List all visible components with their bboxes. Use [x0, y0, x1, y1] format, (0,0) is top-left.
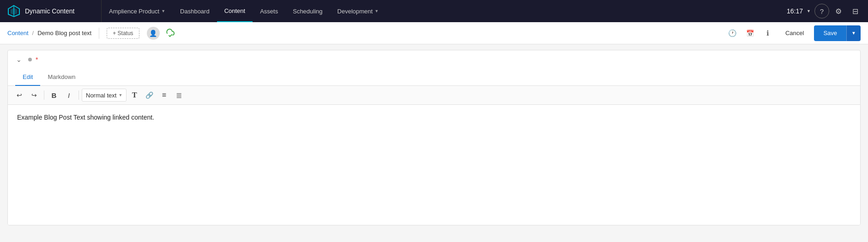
- chevron-down-icon-editor: ⌄: [16, 56, 22, 63]
- undo-icon: ↩: [17, 91, 22, 99]
- info-icon: ℹ: [766, 29, 769, 37]
- save-button[interactable]: Save: [814, 25, 846, 41]
- breadcrumb-actions: 🕐 📅 ℹ Cancel Save ▼: [725, 25, 861, 41]
- cloud-sync-icon: [163, 27, 176, 40]
- content-area: ⌄ * Edit Markdown ↩ ↪ B: [0, 44, 868, 242]
- redo-button[interactable]: ↪: [27, 89, 41, 102]
- text-style-selector[interactable]: Normal text ▼: [82, 89, 127, 102]
- calendar-button[interactable]: 📅: [743, 26, 758, 41]
- link-button[interactable]: 🔗: [142, 89, 156, 102]
- nav-item-dashboard[interactable]: Dashboard: [173, 0, 217, 22]
- editor-body[interactable]: Example Blog Post Text showing linked co…: [8, 105, 860, 225]
- nav-item-amplience[interactable]: Amplience Product ▼: [102, 0, 173, 22]
- save-dropdown-button[interactable]: ▼: [846, 25, 861, 41]
- toolbar-sep-2: [78, 91, 79, 100]
- status-button[interactable]: + Status: [107, 28, 139, 39]
- text-style-label: Normal text: [86, 92, 116, 99]
- save-button-group: Save ▼: [814, 25, 861, 41]
- editor-tabs: Edit Markdown: [8, 69, 860, 86]
- collapse-button[interactable]: ⌄: [13, 54, 24, 65]
- nav-item-content-label: Content: [224, 7, 246, 14]
- breadcrumb-current: Demo Blog post text: [37, 30, 91, 36]
- user-menu-button[interactable]: ⊟: [848, 4, 862, 18]
- user-avatar[interactable]: 👤: [147, 27, 160, 40]
- link-icon: 🔗: [145, 91, 153, 99]
- heading-button[interactable]: T: [127, 89, 141, 102]
- bold-button[interactable]: B: [47, 89, 61, 102]
- bullet-list-icon: ≡: [162, 91, 166, 99]
- chevron-down-icon: ▼: [161, 9, 165, 13]
- tab-markdown[interactable]: Markdown: [40, 69, 83, 86]
- italic-button[interactable]: I: [62, 89, 76, 102]
- nav-item-content[interactable]: Content: [217, 0, 253, 22]
- breadcrumb-separator: /: [32, 30, 34, 36]
- app-logo-text: Dynamic Content: [25, 7, 74, 15]
- undo-button[interactable]: ↩: [12, 89, 26, 102]
- heading-icon: T: [132, 91, 137, 99]
- ordered-list-button[interactable]: ≣: [172, 89, 186, 102]
- settings-button[interactable]: ⚙: [831, 4, 846, 18]
- app-logo-icon: [7, 5, 20, 18]
- info-button[interactable]: ℹ: [760, 26, 775, 41]
- editor-container: ⌄ * Edit Markdown ↩ ↪ B: [7, 50, 861, 225]
- breadcrumb-divider: [99, 28, 99, 39]
- chevron-down-icon-dev: ▼: [374, 9, 379, 13]
- nav-logo[interactable]: Dynamic Content: [0, 0, 102, 22]
- redo-icon: ↪: [31, 91, 37, 99]
- history-button[interactable]: 🕐: [725, 26, 740, 41]
- user-icon-area: 👤: [147, 27, 160, 40]
- tab-edit[interactable]: Edit: [15, 69, 40, 86]
- cancel-button[interactable]: Cancel: [778, 27, 811, 39]
- calendar-icon: 📅: [746, 30, 754, 37]
- bullet-list-button[interactable]: ≡: [157, 89, 171, 102]
- breadcrumb-bar: Content / Demo Blog post text + Status 👤…: [0, 22, 868, 44]
- time-chevron-icon[interactable]: ▼: [807, 9, 811, 13]
- required-mark: *: [36, 56, 38, 63]
- toolbar-sep-1: [44, 91, 44, 100]
- nav-item-amplience-label: Amplience Product: [109, 8, 159, 15]
- nav-right: 16:17 ▼ ? ⚙ ⊟: [781, 4, 868, 18]
- editor-content: Example Blog Post Text showing linked co…: [17, 114, 154, 121]
- top-nav: Dynamic Content Amplience Product ▼ Dash…: [0, 0, 868, 22]
- nav-item-scheduling[interactable]: Scheduling: [285, 0, 330, 22]
- nav-item-assets-label: Assets: [260, 8, 278, 15]
- nav-item-development[interactable]: Development ▼: [330, 0, 386, 22]
- nav-item-assets[interactable]: Assets: [253, 0, 285, 22]
- field-indicator: [28, 58, 32, 61]
- ordered-list-icon: ≣: [176, 91, 182, 100]
- editor-toolbar: ↩ ↪ B I Normal text ▼ T 🔗: [8, 86, 860, 105]
- nav-item-scheduling-label: Scheduling: [293, 8, 322, 15]
- breadcrumb-parent[interactable]: Content: [7, 30, 29, 36]
- text-style-chevron: ▼: [118, 93, 122, 97]
- bold-icon: B: [52, 91, 57, 99]
- status-button-label: + Status: [113, 30, 133, 36]
- nav-time: 16:17: [787, 7, 803, 15]
- italic-icon: I: [68, 91, 70, 99]
- history-icon: 🕐: [728, 29, 737, 37]
- tab-markdown-label: Markdown: [48, 73, 75, 80]
- help-button[interactable]: ?: [814, 4, 829, 18]
- editor-top-bar: ⌄ *: [8, 50, 860, 69]
- nav-item-dashboard-label: Dashboard: [180, 8, 210, 15]
- tab-edit-label: Edit: [23, 73, 33, 80]
- nav-item-development-label: Development: [338, 8, 373, 15]
